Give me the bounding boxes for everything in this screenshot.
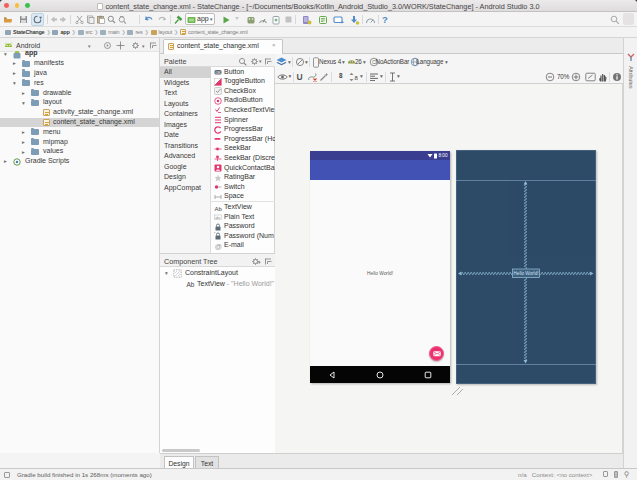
svg-text:abc: abc xyxy=(215,216,221,220)
svg-text:Ab: Ab xyxy=(187,281,195,288)
svg-text:Hello World!: Hello World! xyxy=(514,271,539,276)
svg-text:Ab: Ab xyxy=(214,205,222,211)
svg-text:@: @ xyxy=(214,242,221,249)
svg-text:*: * xyxy=(214,232,216,236)
svg-text:8: 8 xyxy=(355,75,359,81)
svg-text:OK: OK xyxy=(215,71,221,75)
